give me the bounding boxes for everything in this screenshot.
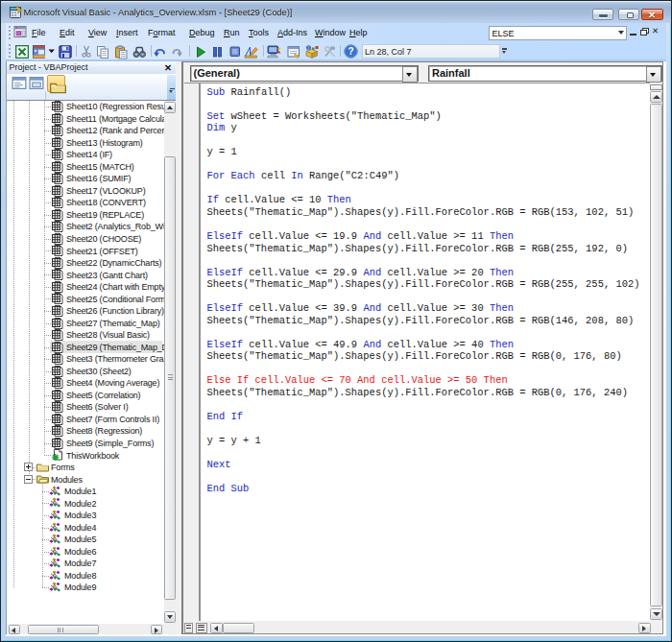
svg-text:?: ? [348,46,353,57]
